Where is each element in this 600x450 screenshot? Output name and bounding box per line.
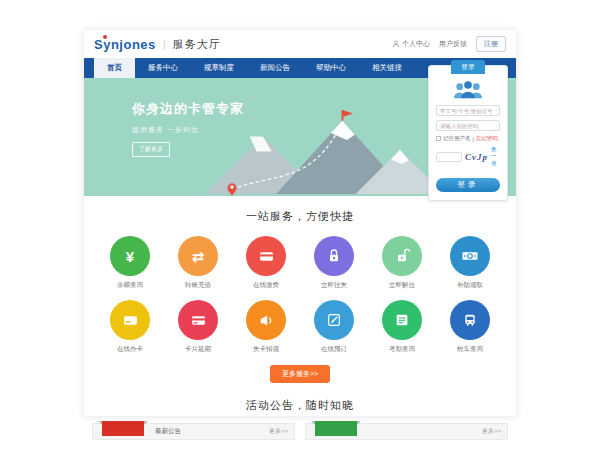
service-label: 校车查询 xyxy=(457,345,483,354)
edit-icon xyxy=(326,312,342,328)
hero-text-block: 你身边的卡管专家 提供服务 一步到位 了解更多 xyxy=(132,100,244,157)
login-tab[interactable]: 登录 xyxy=(451,60,485,74)
service-transfer-recharge[interactable]: ⇄ 转账充值 xyxy=(164,236,232,290)
news-panel-bar: 校园动态 最新公告 更多>> xyxy=(92,423,295,440)
guide-more-link[interactable]: 更多>> xyxy=(482,427,501,436)
service-school-bus-inquiry[interactable]: 校车查询 xyxy=(436,300,504,354)
more-services-button[interactable]: 更多服务>> xyxy=(270,365,330,383)
service-online-card-apply[interactable]: 在线办卡 xyxy=(96,300,164,354)
password-input[interactable] xyxy=(436,120,500,131)
remember-row: 记住用户名 | 忘记密码 xyxy=(436,135,500,142)
refresh-captcha-link[interactable]: 换一张 xyxy=(491,146,500,167)
unlock-icon xyxy=(394,248,410,264)
service-label: 立即解挂 xyxy=(389,281,415,290)
service-online-payment[interactable]: 在线缴费 xyxy=(232,236,300,290)
services-grid: ¥ 余额查询 ⇄ 转账充值 在线缴费 xyxy=(96,236,504,354)
tab-user-guide[interactable]: 使用指南 xyxy=(315,421,357,436)
balance-circle: ¥ xyxy=(110,236,150,276)
services-section: 一站服务，方便快捷 ¥ 余额查询 ⇄ 转账充值 xyxy=(84,196,516,383)
megaphone-icon xyxy=(258,312,275,329)
service-card-extension[interactable]: 卡片延期 xyxy=(164,300,232,354)
service-cancel-loss[interactable]: 立即解挂 xyxy=(368,236,436,290)
apply-card-circle xyxy=(110,300,150,340)
hero-subtitle: 提供服务 一步到位 xyxy=(132,125,244,135)
service-subsidy-collection[interactable]: 补助领取 xyxy=(436,236,504,290)
yen-icon: ¥ xyxy=(126,249,134,264)
card-extension-circle xyxy=(178,300,218,340)
card-icon xyxy=(122,312,139,329)
login-submit-button[interactable]: 登录 xyxy=(436,178,500,192)
transfer-circle: ⇄ xyxy=(178,236,218,276)
remember-checkbox[interactable] xyxy=(436,136,441,141)
bus-circle xyxy=(450,300,490,340)
service-attendance-inquiry[interactable]: 考勤查询 xyxy=(368,300,436,354)
forgot-password-link[interactable]: 忘记密码 xyxy=(476,135,498,142)
megaphone-circle xyxy=(246,300,286,340)
service-balance-inquiry[interactable]: ¥ 余额查询 xyxy=(96,236,164,290)
top-bar-links: 个人中心 用户反馈 注册 xyxy=(392,36,506,52)
login-panel: 登录 记住用户名 | 忘记密码 CvJp 换一张 登 xyxy=(428,65,508,201)
subsidy-circle xyxy=(450,236,490,276)
guide-panel: 使用指南 更多>> xyxy=(305,423,508,440)
personal-center-label: 个人中心 xyxy=(402,39,430,49)
feedback-link[interactable]: 用户反馈 xyxy=(439,39,467,49)
nav-item-news[interactable]: 新闻公告 xyxy=(247,58,303,78)
nav-item-related-links[interactable]: 相关链接 xyxy=(359,58,415,78)
service-label: 余额查询 xyxy=(117,281,143,290)
service-label: 补助领取 xyxy=(457,281,483,290)
service-label: 考勤查询 xyxy=(389,345,415,354)
logo-red-dot-icon xyxy=(103,35,107,39)
register-button[interactable]: 注册 xyxy=(476,36,506,52)
service-label: 卡片延期 xyxy=(185,345,211,354)
hero-banner: 你身边的卡管专家 提供服务 一步到位 了解更多 登录 记住用户名 | 忘记密码 xyxy=(84,78,516,196)
brand-logo[interactable]: Synjones xyxy=(94,37,156,52)
lock-circle xyxy=(314,236,354,276)
payment-circle xyxy=(246,236,286,276)
service-online-booking[interactable]: 在线预订 xyxy=(300,300,368,354)
edit-circle xyxy=(314,300,354,340)
nav-item-home[interactable]: 首页 xyxy=(94,58,135,78)
card-icon xyxy=(190,312,207,329)
tab-campus-news[interactable]: 校园动态 xyxy=(102,421,144,436)
page-container: Synjones | 服务大厅 个人中心 用户反馈 注册 首页 服务中心 规章制… xyxy=(84,30,516,416)
tab-latest-announcements[interactable]: 最新公告 xyxy=(155,427,181,436)
bus-icon xyxy=(462,312,478,328)
news-panel: 校园动态 最新公告 更多>> xyxy=(92,423,295,440)
service-label: 失卡招领 xyxy=(253,345,279,354)
list-icon xyxy=(394,312,410,328)
transfer-arrows-icon: ⇄ xyxy=(192,249,205,264)
username-input[interactable] xyxy=(436,105,500,116)
personal-center-link[interactable]: 个人中心 xyxy=(392,39,430,49)
services-title: 一站服务，方便快捷 xyxy=(84,209,516,224)
nav-item-regulations[interactable]: 规章制度 xyxy=(191,58,247,78)
remember-label: 记住用户名 xyxy=(443,135,471,142)
top-bar: Synjones | 服务大厅 个人中心 用户反馈 注册 xyxy=(84,30,516,58)
nav-item-help-center[interactable]: 帮助中心 xyxy=(303,58,359,78)
unlock-circle xyxy=(382,236,422,276)
service-label: 在线办卡 xyxy=(117,345,143,354)
brand-logo-text: Synjones xyxy=(94,37,156,52)
service-label: 转账充值 xyxy=(185,281,211,290)
remember-divider: | xyxy=(473,136,474,142)
announcements-title: 活动公告，随时知晓 xyxy=(84,398,516,413)
captcha-image: CvJp xyxy=(465,152,488,162)
service-report-loss[interactable]: 立即挂失 xyxy=(300,236,368,290)
feedback-label: 用户反馈 xyxy=(439,39,467,49)
service-lost-card-claim[interactable]: 失卡招领 xyxy=(232,300,300,354)
card-icon xyxy=(258,248,275,265)
hero-cta-button[interactable]: 了解更多 xyxy=(132,142,170,157)
lock-icon xyxy=(326,248,342,264)
service-label: 立即挂失 xyxy=(321,281,347,290)
captcha-row: CvJp 换一张 xyxy=(436,146,500,167)
news-more-link[interactable]: 更多>> xyxy=(269,427,288,436)
list-circle xyxy=(382,300,422,340)
captcha-input[interactable] xyxy=(436,152,462,162)
announcements-section: 活动公告，随时知晓 校园动态 最新公告 更多>> 使用指南 更多>> xyxy=(84,383,516,450)
guide-panel-bar: 使用指南 更多>> xyxy=(305,423,508,440)
service-label: 在线缴费 xyxy=(253,281,279,290)
logo-divider: | xyxy=(163,38,166,50)
nav-item-service-center[interactable]: 服务中心 xyxy=(135,58,191,78)
user-icon xyxy=(392,40,400,48)
announcement-panels: 校园动态 最新公告 更多>> 使用指南 更多>> xyxy=(92,423,508,440)
product-name: 服务大厅 xyxy=(173,37,221,52)
